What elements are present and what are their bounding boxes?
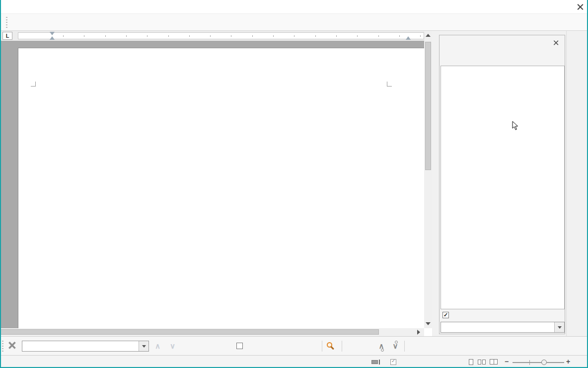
menubar <box>0 0 588 14</box>
style-filter-dropdown[interactable] <box>441 322 565 333</box>
navigate-previous-icon[interactable]: ∧ <box>376 341 386 351</box>
right-indent-marker[interactable] <box>406 36 411 40</box>
ruler-tick <box>63 35 64 37</box>
zoom-slider-track[interactable] <box>513 362 564 363</box>
ruler-tick <box>168 35 169 37</box>
ruler-tick <box>273 35 274 37</box>
find-toolbar: ∧ ∨ ∧ ∨ <box>0 336 588 355</box>
book-view-icon[interactable] <box>490 359 498 365</box>
ruler-tick <box>378 35 379 37</box>
zoom-slider-thumb[interactable] <box>541 360 547 365</box>
left-indent-marker[interactable] <box>50 36 55 40</box>
ruler-tick <box>105 35 106 37</box>
tab-selector[interactable]: L <box>2 32 12 40</box>
single-page-view-icon[interactable] <box>469 359 473 365</box>
ruler-tick <box>126 35 127 37</box>
close-find-icon[interactable] <box>8 342 16 350</box>
dropdown-button[interactable] <box>554 322 564 332</box>
find-next-icon[interactable]: ∨ <box>170 342 175 350</box>
first-line-indent-marker[interactable] <box>50 32 55 35</box>
style-list <box>441 66 565 309</box>
ruler-tick <box>336 35 337 37</box>
toolbar-grip[interactable] <box>6 17 7 28</box>
window-border-left <box>0 0 1 368</box>
application-window: L ✓ <box>0 0 588 368</box>
panel-close-icon[interactable] <box>553 40 559 45</box>
find-replace-icon[interactable] <box>327 342 332 348</box>
multi-page-view-icon[interactable] <box>478 360 481 365</box>
sidebar-tabbar <box>566 31 587 336</box>
ruler-tick <box>189 35 190 37</box>
ruler-tick <box>147 35 147 37</box>
vertical-scrollbar[interactable] <box>424 31 432 328</box>
zoom-in-icon[interactable]: + <box>566 358 570 366</box>
scroll-up-icon[interactable] <box>426 34 431 37</box>
text-boundary-corner-left <box>31 82 36 87</box>
ruler-tick <box>420 35 421 37</box>
match-case-checkbox[interactable] <box>236 343 243 349</box>
separator <box>342 341 342 352</box>
styles-formatting-panel: ✓ <box>439 35 565 334</box>
search-input[interactable] <box>22 341 149 352</box>
search-history-dropdown[interactable] <box>139 341 148 351</box>
find-previous-icon[interactable]: ∧ <box>155 342 160 350</box>
vertical-scrollbar-thumb[interactable] <box>425 42 431 170</box>
panel-toolbar <box>443 50 562 63</box>
zoom-out-icon[interactable]: − <box>505 358 509 366</box>
status-bar: − + <box>0 355 588 367</box>
separator <box>404 341 405 352</box>
horizontal-scrollbar[interactable] <box>0 328 424 336</box>
horizontal-scrollbar-thumb[interactable] <box>0 329 379 335</box>
close-icon[interactable] <box>577 3 584 10</box>
ruler-tick <box>210 35 211 37</box>
ruler-band <box>18 32 424 39</box>
ruler-tick <box>357 35 358 37</box>
zoom-slider-tick <box>529 360 530 365</box>
standard-toolbar <box>0 14 588 31</box>
horizontal-ruler[interactable]: L <box>0 31 424 41</box>
document-page[interactable] <box>18 48 424 328</box>
preview-checkbox-row: ✓ <box>442 312 452 318</box>
scroll-down-icon[interactable] <box>426 322 431 325</box>
mouse-cursor <box>512 121 518 130</box>
scroll-right-icon[interactable] <box>417 330 420 335</box>
ruler-tick <box>399 35 400 37</box>
navigate-next-icon[interactable]: ∨ <box>390 341 400 351</box>
chevron-down-icon <box>142 345 146 348</box>
ruler-tick <box>294 35 294 37</box>
selection-mode-icon[interactable] <box>390 359 396 365</box>
ruler-tick <box>252 35 253 37</box>
separator <box>322 341 322 352</box>
findbar-grip[interactable] <box>2 341 3 352</box>
insert-mode-icon[interactable] <box>371 360 378 364</box>
ruler-tick <box>84 35 84 37</box>
document-view <box>0 41 424 328</box>
text-boundary-corner-right <box>387 82 392 87</box>
chevron-down-icon <box>558 326 562 329</box>
preview-checkbox[interactable]: ✓ <box>442 312 449 318</box>
ruler-tick <box>315 35 316 37</box>
ruler-tick <box>231 35 231 37</box>
